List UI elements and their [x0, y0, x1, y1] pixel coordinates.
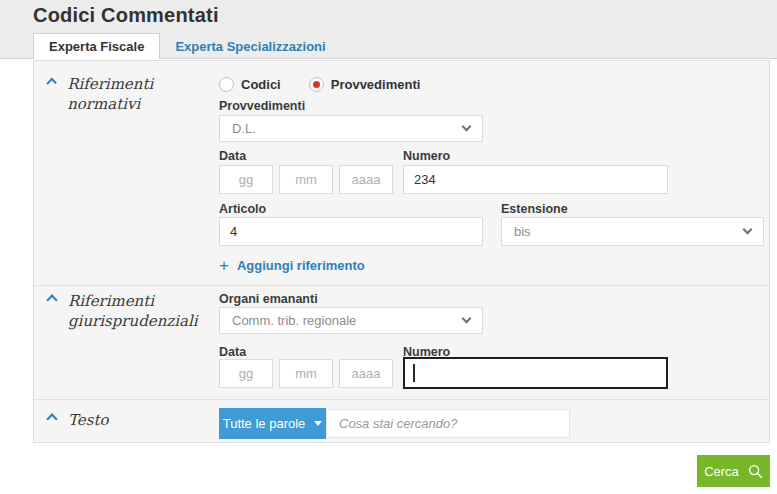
- tab-bar: Experta Fiscale Experta Specializzazioni: [33, 33, 341, 59]
- provvedimenti-select-value: D.L.: [232, 121, 256, 136]
- radio-circle-checked[interactable]: [309, 77, 324, 92]
- data-mm-input[interactable]: [279, 359, 333, 388]
- tutte-le-parole-label: Tutte le parole: [223, 416, 306, 431]
- plus-icon: +: [219, 257, 229, 274]
- estensione-label: Estensione: [501, 202, 568, 216]
- data-label: Data: [219, 345, 246, 359]
- search-form-panel: Riferimenti normativi Codici Provvedimen…: [33, 60, 770, 443]
- search-icon: [748, 464, 763, 479]
- radio-circle-unchecked[interactable]: [219, 77, 234, 92]
- section-title: Testo: [68, 410, 108, 430]
- testo-search-input[interactable]: [326, 409, 570, 438]
- section-divider: [34, 399, 769, 400]
- numero-label: Numero: [403, 149, 450, 163]
- collapse-chevron-icon[interactable]: [46, 294, 57, 305]
- tutte-le-parole-dropdown-button[interactable]: Tutte le parole: [219, 408, 326, 439]
- collapse-chevron-icon[interactable]: [46, 413, 57, 424]
- data-mm-input[interactable]: [279, 165, 333, 194]
- organi-emananti-select-value: Comm. trib. regionale: [232, 313, 356, 328]
- organi-emananti-select[interactable]: Comm. trib. regionale: [219, 307, 483, 334]
- radio-codici[interactable]: Codici: [219, 77, 281, 92]
- provvedimenti-select[interactable]: D.L.: [219, 115, 483, 142]
- tipo-riferimento-radio-group: Codici Provvedimenti: [219, 77, 420, 92]
- numero-input-focused[interactable]: [403, 357, 668, 389]
- cerca-button[interactable]: Cerca: [697, 455, 770, 487]
- data-gg-input[interactable]: [219, 165, 273, 194]
- aggiungi-riferimento-label: Aggiungi riferimento: [237, 258, 365, 273]
- radio-codici-label: Codici: [241, 77, 281, 92]
- header-band: Codici Commentati Experta Fiscale Expert…: [0, 0, 777, 59]
- data-aaaa-input[interactable]: [339, 165, 393, 194]
- articolo-label: Articolo: [219, 202, 266, 216]
- section-title: Riferimenti giurisprudenziali: [68, 291, 193, 332]
- numero-input[interactable]: [403, 165, 668, 194]
- numero-input-focused-wrap: [403, 357, 668, 389]
- organi-emananti-label: Organi emananti: [219, 292, 318, 306]
- data-aaaa-input[interactable]: [339, 359, 393, 388]
- estensione-select[interactable]: bis: [501, 217, 764, 246]
- caret-down-icon: [314, 421, 322, 426]
- estensione-select-value: bis: [514, 224, 531, 239]
- cerca-button-label: Cerca: [704, 464, 739, 479]
- radio-provvedimenti-label: Provvedimenti: [331, 77, 421, 92]
- provvedimenti-label: Provvedimenti: [219, 99, 305, 113]
- collapse-chevron-icon[interactable]: [46, 78, 57, 89]
- section-testo-header: Testo: [48, 410, 208, 430]
- aggiungi-riferimento-link[interactable]: + Aggiungi riferimento: [219, 257, 365, 274]
- data-label: Data: [219, 149, 246, 163]
- tab-experta-fiscale[interactable]: Experta Fiscale: [33, 33, 160, 59]
- radio-dot: [313, 81, 320, 88]
- chevron-down-icon: [462, 122, 472, 132]
- text-cursor: [413, 364, 415, 382]
- radio-provvedimenti[interactable]: Provvedimenti: [309, 77, 421, 92]
- tab-experta-specializzazioni[interactable]: Experta Specializzazioni: [160, 33, 340, 59]
- chevron-down-icon: [743, 225, 753, 235]
- page-title: Codici Commentati: [33, 4, 219, 27]
- section-riferimenti-giurisprudenziali-header: Riferimenti giurisprudenziali: [48, 291, 208, 332]
- data-gg-input[interactable]: [219, 359, 273, 388]
- chevron-down-icon: [462, 314, 472, 324]
- section-riferimenti-normativi-header: Riferimenti normativi: [48, 74, 208, 115]
- articolo-input[interactable]: [219, 217, 483, 246]
- section-divider: [34, 285, 769, 286]
- section-title: Riferimenti normativi: [67, 74, 208, 115]
